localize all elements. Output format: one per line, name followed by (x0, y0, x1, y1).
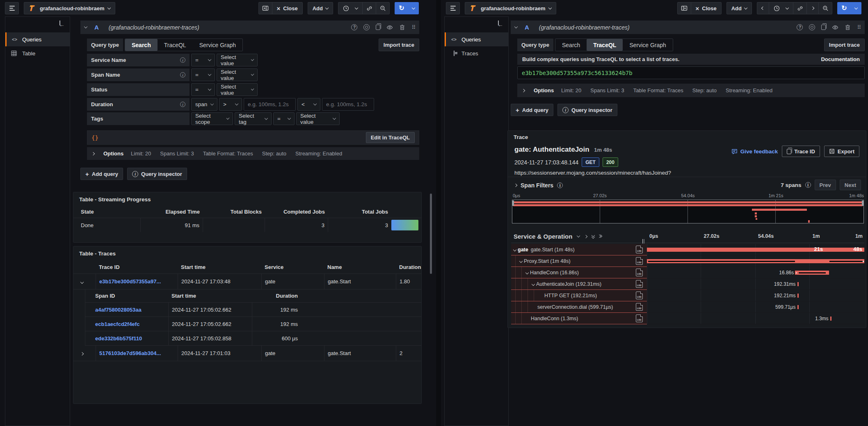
info-icon[interactable]: i (557, 182, 563, 188)
share-link-button[interactable] (362, 2, 376, 14)
span-tick[interactable] (797, 305, 799, 309)
share-link-button[interactable] (793, 2, 807, 14)
col-name[interactable]: Name (324, 264, 396, 270)
collapse-all-icon[interactable] (592, 235, 594, 238)
collapse-sidebar-button[interactable]: ← (445, 17, 508, 32)
span-timeline-cell[interactable]: 192.31ms (647, 278, 864, 290)
span-row-http-get[interactable]: HTTP GET (192.21ms) LOG 192.21ms (511, 290, 864, 301)
duration-min-input[interactable] (244, 98, 296, 111)
menu-toggle-button[interactable] (446, 2, 460, 14)
record-icon[interactable] (363, 24, 370, 30)
sidebar-item-traces[interactable]: Traces (445, 46, 508, 60)
add-query-button[interactable]: +Add query (80, 168, 123, 180)
span-tick[interactable] (797, 294, 799, 298)
tab-service-graph[interactable]: Service Graph (623, 39, 672, 51)
info-icon[interactable]: i (180, 72, 185, 77)
menu-toggle-button[interactable] (5, 2, 19, 14)
duration-gt-select[interactable]: > (219, 98, 242, 111)
time-picker-button[interactable] (338, 2, 363, 14)
span-row-handleconn[interactable]: HandleConn (16.86s) LOG 16.86s (511, 267, 864, 278)
col-service[interactable]: Service (261, 264, 324, 270)
log-icon[interactable]: LOG (636, 292, 643, 299)
help-icon[interactable]: ? (797, 24, 803, 30)
minimap-handle-left[interactable] (512, 200, 514, 206)
hide-response-icon[interactable] (832, 24, 838, 31)
log-icon[interactable]: LOG (636, 280, 643, 288)
span-id-link[interactable]: a4af7580028053aa (92, 307, 168, 313)
tab-traceql[interactable]: TraceQL (158, 39, 193, 51)
span-timeline-cell[interactable]: 16.86s (647, 267, 864, 278)
left-pane-scrollbar[interactable] (430, 194, 432, 274)
tab-traceql[interactable]: TraceQL (587, 39, 623, 51)
span-row-serverconnection-dial[interactable]: serverConnection.dial (599.71µs) LOG 599… (511, 301, 864, 313)
log-icon[interactable]: LOG (636, 303, 643, 311)
col-state[interactable]: State (78, 209, 141, 215)
span-name-value-select[interactable]: Select value (217, 68, 258, 81)
trash-icon[interactable] (399, 24, 405, 30)
drag-handle-icon[interactable]: ⠿ (857, 24, 861, 30)
service-name-value-select[interactable]: Select value (217, 54, 258, 66)
span-name-cell[interactable]: gate gate.Start (1m 48s) LOG (511, 244, 647, 255)
tab-search[interactable]: Search (125, 39, 158, 51)
run-query-button[interactable]: ↻ (837, 2, 851, 14)
trace-id-button[interactable]: Trace ID (782, 146, 820, 157)
prev-span-button[interactable]: Prev (815, 180, 836, 190)
zoom-out-button[interactable] (376, 2, 390, 14)
give-feedback-link[interactable]: Give feedback (731, 148, 778, 155)
col-span-start[interactable]: Start time (168, 293, 252, 299)
options-collapse-row[interactable]: Options Limit: 20 Spans Limit: 3 Table F… (87, 147, 419, 160)
span-filters-toggle[interactable]: Span Filters i (514, 180, 563, 191)
duration-lt-select[interactable]: < (297, 98, 320, 111)
copy-query-icon[interactable] (376, 25, 380, 30)
trace-id-link[interactable]: 5176103de7d596ab304... (96, 346, 178, 361)
span-name-cell[interactable]: Proxy.Start (1m 48s) LOG (511, 255, 647, 267)
trash-icon[interactable] (845, 24, 851, 30)
span-row-authenticatejoin[interactable]: AuthenticateJoin (192.31ms) LOG 192.31ms (511, 278, 864, 290)
span-id-link[interactable]: ecb1aecfcd2f4efc (92, 321, 168, 327)
copy-query-icon[interactable] (821, 25, 826, 30)
col-span-id[interactable]: Span ID (92, 293, 168, 299)
info-icon[interactable]: i (805, 182, 811, 188)
time-back-button[interactable] (757, 2, 769, 14)
log-icon[interactable]: LOG (636, 269, 643, 276)
traceql-query-input[interactable]: e3b17be300d57355a973c56133624b7b (517, 66, 865, 79)
service-name-operator-select[interactable]: = (191, 54, 215, 66)
log-icon[interactable]: LOG (636, 314, 643, 322)
edit-in-traceql-button[interactable]: Edit in TraceQL (366, 132, 415, 143)
query-row-header[interactable]: A (grafanacloud-robinbraemer-traces) ? ⠿ (511, 21, 865, 34)
next-span-button[interactable]: Next (840, 180, 861, 190)
log-icon[interactable]: LOG (636, 257, 643, 265)
tags-operator-select[interactable]: = (273, 112, 295, 125)
run-query-interval-button[interactable] (408, 2, 419, 14)
span-name-cell[interactable]: AuthenticateJoin (192.31ms) LOG (511, 278, 647, 290)
tags-scope-select[interactable]: Select scope (191, 112, 233, 125)
datasource-picker[interactable]: grafanacloud-robinbraem (465, 2, 556, 14)
span-timeline-cell[interactable]: 192.21ms (647, 290, 864, 301)
collapse-row-icon[interactable] (78, 278, 96, 285)
trace-minimap[interactable] (512, 200, 864, 223)
split-view-button[interactable] (677, 2, 691, 14)
span-name-cell[interactable]: HandleConn (1.3ms) LOG (511, 313, 647, 324)
span-timeline-cell[interactable] (647, 255, 864, 267)
collapse-sidebar-button[interactable]: ← (5, 17, 70, 32)
log-icon[interactable]: LOG (636, 246, 643, 253)
span-row-handleconn-2[interactable]: HandleConn (1.3ms) LOG 1.3ms (511, 313, 864, 324)
span-name-cell[interactable]: serverConnection.dial (599.71µs) LOG (511, 301, 647, 313)
expand-one-icon[interactable] (585, 235, 587, 238)
col-total-blocks[interactable]: Total Blocks (203, 209, 265, 215)
duration-scope-select[interactable]: span (191, 98, 217, 111)
add-dropdown-button[interactable]: Add (308, 2, 333, 14)
import-trace-button[interactable]: Import trace (824, 39, 865, 51)
record-icon[interactable] (809, 24, 815, 30)
col-start-time[interactable]: Start time (178, 264, 261, 270)
expand-all-icon[interactable] (599, 236, 602, 237)
trace-id-link[interactable]: e3b17be300d57355a97... (96, 274, 178, 289)
col-trace-id[interactable]: Trace ID (96, 264, 178, 270)
span-timeline-cell[interactable]: 21s 48s (647, 244, 864, 255)
span-row-proxy-start[interactable]: Proxy.Start (1m 48s) LOG (511, 255, 864, 267)
time-picker-button[interactable] (769, 2, 793, 14)
span-timeline-cell[interactable]: 599.71µs (647, 301, 864, 313)
zoom-out-button[interactable] (818, 2, 832, 14)
run-query-interval-button[interactable] (851, 2, 861, 14)
query-inspector-button[interactable]: iQuery inspector (557, 104, 617, 116)
